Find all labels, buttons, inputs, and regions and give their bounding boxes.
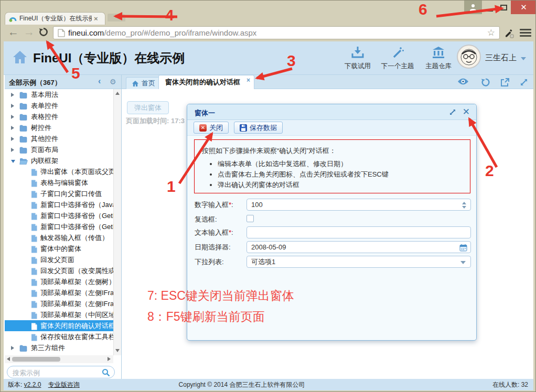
window-close-button[interactable]: ✕ bbox=[511, 1, 536, 14]
save-data-button[interactable]: 保存数据 bbox=[234, 122, 283, 134]
avatar[interactable] bbox=[457, 45, 481, 69]
tree-item[interactable]: 新窗口中选择省份（Java bbox=[5, 199, 113, 210]
tree-item[interactable]: 子窗口向父窗口传值 bbox=[5, 188, 113, 199]
tree-item[interactable]: 窗体中的窗体 bbox=[5, 243, 113, 254]
online-count: 在线人数: 32 bbox=[492, 379, 528, 390]
forward-button[interactable]: → bbox=[24, 26, 35, 38]
spinner-down-icon[interactable] bbox=[462, 206, 466, 209]
tree-item[interactable]: 树控件 bbox=[5, 122, 113, 133]
dialog-close-icon[interactable]: ✕ bbox=[463, 106, 470, 117]
refresh-icon[interactable] bbox=[481, 78, 490, 89]
caret-collapsed-icon[interactable] bbox=[11, 148, 14, 152]
address-bar[interactable]: fineui.com/demo_pro/#/demo_pro/iframe/wi… bbox=[53, 26, 500, 39]
caret-collapsed-icon[interactable] bbox=[11, 137, 14, 141]
new-tab-button[interactable] bbox=[108, 14, 125, 21]
dropdown-select[interactable]: 可选项1 bbox=[246, 256, 471, 268]
scroll-left-icon[interactable] bbox=[7, 357, 10, 361]
tree-item[interactable]: 表单控件 bbox=[5, 100, 113, 111]
status-bar: Copyright © 2014 合肥三生石上软件有限公司 在线人数: 32 bbox=[121, 379, 533, 390]
calendar-icon[interactable] bbox=[459, 244, 467, 255]
tree-item[interactable]: 窗体关闭前的确认对话框 bbox=[5, 320, 113, 331]
tree-item[interactable]: 页面布局 bbox=[5, 144, 113, 155]
preview-eye-icon[interactable] bbox=[457, 78, 469, 88]
text-input[interactable] bbox=[246, 226, 471, 238]
dialog-maximize-icon[interactable] bbox=[449, 108, 456, 118]
close-button[interactable]: ✕ 关闭 bbox=[194, 122, 229, 134]
search-icon[interactable] bbox=[102, 368, 110, 379]
collapse-sidebar-icon[interactable]: ‹ bbox=[98, 77, 101, 86]
tree-item[interactable]: 新窗口中选择省份（Geth bbox=[5, 221, 113, 232]
caret-collapsed-icon[interactable] bbox=[11, 115, 14, 119]
home-icon bbox=[132, 80, 139, 87]
tab-close-icon[interactable]: × bbox=[94, 15, 98, 23]
tree-item[interactable]: 表格与编辑窗体 bbox=[5, 177, 113, 188]
annotation-number-5: 5 bbox=[71, 66, 80, 81]
tree-item[interactable]: 基本用法 bbox=[5, 89, 113, 100]
caret-collapsed-icon[interactable] bbox=[11, 93, 14, 97]
caret-expanded-icon[interactable] bbox=[11, 160, 15, 163]
tree-horizontal-scrollbar[interactable] bbox=[5, 355, 113, 363]
tree-item[interactable]: 保存按钮放在窗体工具栏 bbox=[5, 331, 113, 342]
dialog-toolbar: ✕ 关闭 保存数据 bbox=[187, 120, 476, 136]
extension-eyedropper-icon[interactable] bbox=[503, 27, 514, 40]
minimize-button[interactable] bbox=[483, 1, 496, 14]
tab-close-icon[interactable]: × bbox=[246, 77, 250, 84]
back-button[interactable]: ← bbox=[8, 26, 19, 38]
search-input[interactable]: 搜索示例 bbox=[7, 366, 115, 378]
tree-item[interactable]: 新窗口中选择省份（Geth bbox=[5, 210, 113, 221]
popup-window-button[interactable]: 弹出窗体 bbox=[127, 101, 169, 114]
tree-item[interactable]: 顶部菜单框架（左侧IFra bbox=[5, 298, 113, 309]
tree-item-label: 回发父页面 bbox=[40, 254, 113, 265]
tree-item[interactable]: 内联框架 bbox=[5, 155, 113, 166]
annotation-number-3: 3 bbox=[287, 53, 296, 69]
tree-vertical-scrollbar[interactable] bbox=[113, 89, 121, 355]
caret-collapsed-icon[interactable] bbox=[11, 346, 14, 350]
next-theme-button[interactable]: 下一个主题 bbox=[377, 46, 418, 71]
tree-item[interactable]: 表格控件 bbox=[5, 111, 113, 122]
dialog-header[interactable]: 窗体一 ✕ bbox=[187, 104, 476, 120]
tree-item[interactable]: 第三方组件 bbox=[5, 342, 113, 353]
scroll-down-icon[interactable] bbox=[115, 349, 120, 352]
date-picker-input[interactable]: 2008-05-09 bbox=[246, 241, 471, 253]
version-link[interactable]: v2.2.0 bbox=[24, 381, 41, 388]
tree-item-label: 顶部菜单框架（左侧树） bbox=[40, 276, 113, 287]
chevron-down-icon[interactable] bbox=[521, 57, 526, 60]
scroll-up-icon[interactable] bbox=[115, 92, 120, 95]
caret-collapsed-icon[interactable] bbox=[11, 126, 14, 130]
browser-menu-icon[interactable] bbox=[520, 29, 531, 38]
tree-item[interactable]: 顶部菜单框架（中间区域 bbox=[5, 309, 113, 320]
gear-icon[interactable]: ⚙ bbox=[110, 78, 116, 86]
profile-button[interactable] bbox=[464, 1, 482, 14]
reload-button[interactable] bbox=[38, 27, 49, 39]
form-row-select: 下拉列表: 可选项1 bbox=[187, 256, 476, 268]
home-icon[interactable] bbox=[12, 50, 28, 67]
tab-home[interactable]: 首页 bbox=[126, 77, 161, 89]
tab-active[interactable]: 窗体关闭前的确认对话框 × bbox=[158, 75, 254, 89]
number-input-value: 100 bbox=[251, 201, 263, 209]
bookmark-star-icon[interactable]: ☆ bbox=[487, 27, 495, 38]
scroll-right-icon[interactable] bbox=[108, 357, 111, 361]
tree-item[interactable]: 回发父页面 bbox=[5, 254, 113, 265]
open-new-window-icon[interactable] bbox=[500, 78, 510, 89]
checkbox[interactable] bbox=[246, 215, 254, 222]
theme-repo-button[interactable]: 主题仓库 bbox=[418, 46, 459, 71]
scrollbar-thumb[interactable] bbox=[12, 357, 60, 362]
close-icon: ✕ bbox=[520, 3, 527, 12]
download-trial-button[interactable]: 下载试用 bbox=[337, 46, 378, 71]
browser-tab[interactable]: FineUI（专业版）在线示例 × bbox=[5, 12, 105, 25]
tree-item[interactable]: 其他控件 bbox=[5, 133, 113, 144]
tree-item[interactable]: 顶部菜单框架（左侧树） bbox=[5, 276, 113, 287]
spinner-up-icon[interactable] bbox=[462, 202, 466, 204]
tree-item[interactable]: 触发器输入框（传值） bbox=[5, 232, 113, 243]
tree-item[interactable]: 顶部菜单框架（左侧IFra bbox=[5, 287, 113, 298]
user-name[interactable]: 三生石上 bbox=[485, 53, 517, 63]
field-label: 文本输入框*: bbox=[195, 226, 233, 238]
number-input[interactable]: 100 bbox=[246, 199, 471, 211]
tree-item[interactable]: 弹出窗体（本页面或父页 bbox=[5, 166, 113, 177]
fullscreen-icon[interactable] bbox=[519, 78, 529, 89]
maximize-button[interactable] bbox=[497, 1, 510, 14]
consult-link[interactable]: 专业版咨询 bbox=[48, 381, 80, 388]
tree-item[interactable]: 回发父页面（改变属性或 bbox=[5, 265, 113, 276]
tab-active-label: 窗体关闭前的确认对话框 bbox=[165, 78, 240, 87]
caret-collapsed-icon[interactable] bbox=[11, 104, 14, 108]
